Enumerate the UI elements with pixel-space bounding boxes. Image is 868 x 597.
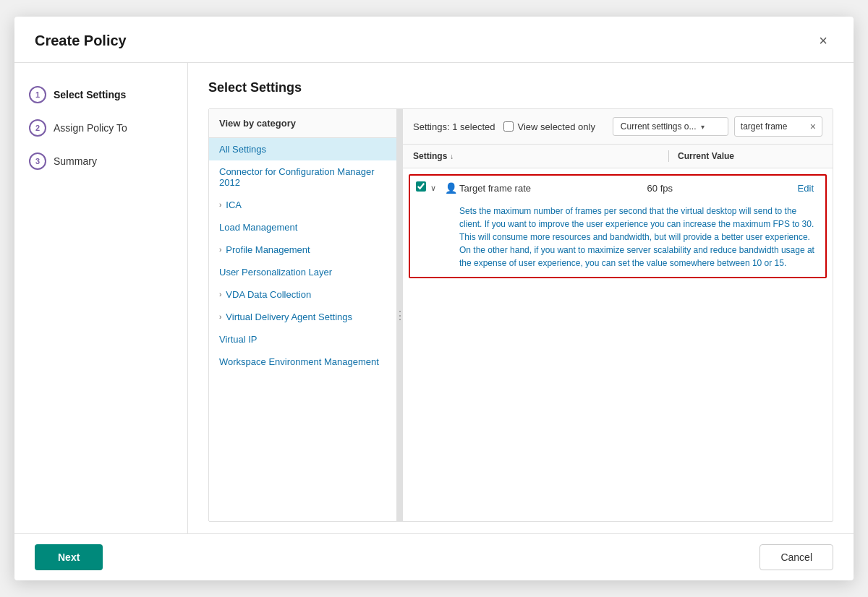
row-expand-icon[interactable]: ∨ (430, 184, 445, 193)
settings-table: ∨ 👤 Target frame rate 60 fps Edit Sets t… (403, 168, 833, 521)
sort-icon: ↓ (450, 153, 454, 160)
table-header: Settings ↓ Current Value (403, 145, 833, 168)
dropdown-caret-icon: ▾ (701, 123, 705, 131)
cat-vda-settings[interactable]: › Virtual Delivery Agent Settings (209, 306, 396, 328)
step-1-circle: 1 (29, 86, 46, 103)
step-1[interactable]: 1 Select Settings (29, 80, 187, 109)
chevron-icon: › (219, 313, 221, 321)
view-selected-checkbox-group: View selected only (503, 121, 595, 132)
search-input[interactable] (741, 121, 806, 132)
step-2-label: Assign Policy To (54, 122, 127, 134)
category-list: All Settings Connector for Configuration… (209, 138, 396, 521)
chevron-icon: › (219, 246, 221, 254)
cat-profile-management[interactable]: › Profile Management (209, 239, 396, 261)
toolbar-right: Current settings o... ▾ × (613, 116, 822, 137)
search-clear-button[interactable]: × (810, 121, 816, 132)
step-2[interactable]: 2 Assign Policy To (29, 113, 187, 142)
view-selected-checkbox[interactable] (503, 121, 514, 132)
col-value-header: Current Value (678, 151, 822, 161)
current-settings-dropdown[interactable]: Current settings o... ▾ (613, 117, 728, 136)
edit-button[interactable]: Edit (792, 183, 820, 194)
step-2-circle: 2 (29, 119, 46, 137)
modal-header: Create Policy × (14, 17, 854, 63)
chevron-icon: › (219, 291, 221, 298)
main-content: Select Settings View by category All Set… (188, 63, 854, 533)
step-3[interactable]: 3 Summary (29, 147, 187, 176)
resize-handle[interactable] (397, 109, 403, 521)
step-3-label: Summary (54, 155, 97, 167)
col-divider (668, 150, 669, 162)
category-header: View by category (209, 109, 396, 138)
target-frame-rate-row[interactable]: ∨ 👤 Target frame rate 60 fps Edit (410, 176, 825, 200)
sidebar: 1 Select Settings 2 Assign Policy To 3 S… (14, 63, 188, 533)
row-checkbox[interactable] (416, 181, 426, 192)
step-1-label: Select Settings (54, 89, 126, 100)
col-setting-header: Settings ↓ (413, 151, 668, 161)
search-box: × (734, 116, 822, 137)
modal-title: Create Policy (35, 33, 127, 49)
row-checkbox-group (416, 181, 430, 194)
cat-vda-data[interactable]: › VDA Data Collection (209, 283, 396, 306)
chevron-icon: › (219, 201, 221, 209)
cat-workspace[interactable]: Workspace Environment Management (209, 351, 396, 373)
content-area: View by category All Settings Connector … (208, 108, 833, 522)
settings-toolbar: Settings: 1 selected View selected only … (403, 109, 833, 145)
cat-ica[interactable]: › ICA (209, 194, 396, 216)
page-title: Select Settings (208, 80, 833, 95)
cat-load-management[interactable]: Load Management (209, 216, 396, 239)
cancel-button[interactable]: Cancel (760, 544, 833, 570)
settings-count: Settings: 1 selected (413, 121, 495, 132)
step-3-circle: 3 (29, 153, 46, 170)
modal-body: 1 Select Settings 2 Assign Policy To 3 S… (14, 63, 854, 533)
cat-connector[interactable]: Connector for Configuration Manager 2012 (209, 160, 396, 194)
create-policy-modal: Create Policy × 1 Select Settings 2 Assi… (14, 17, 854, 580)
close-button[interactable]: × (813, 30, 833, 52)
category-panel: View by category All Settings Connector … (209, 109, 397, 521)
modal-footer: Next Cancel (14, 533, 854, 580)
setting-name: Target frame rate (459, 183, 647, 194)
cat-user-personalization[interactable]: User Personalization Layer (209, 261, 396, 283)
next-button[interactable]: Next (35, 544, 103, 570)
setting-description: Sets the maximum number of frames per se… (410, 200, 825, 277)
settings-panel: Settings: 1 selected View selected only … (403, 109, 833, 521)
view-selected-label[interactable]: View selected only (517, 121, 595, 132)
person-icon: 👤 (445, 182, 459, 194)
setting-current-value: 60 fps (647, 183, 792, 194)
cat-virtual-ip[interactable]: Virtual IP (209, 328, 396, 351)
cat-all-settings[interactable]: All Settings (209, 138, 396, 160)
selected-row-container: ∨ 👤 Target frame rate 60 fps Edit Sets t… (409, 174, 827, 278)
